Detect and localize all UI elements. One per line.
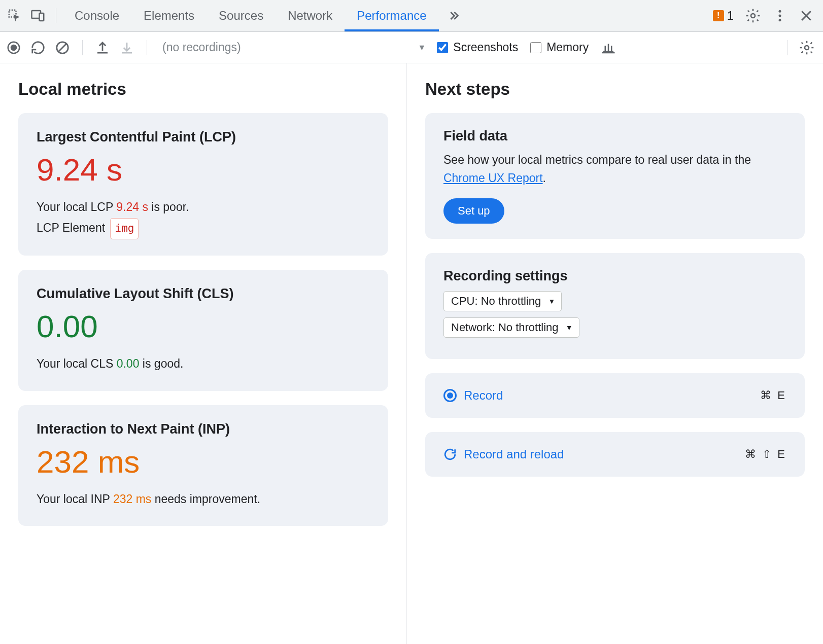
recordings-dropdown-label: (no recordings) [159,41,241,54]
upload-icon[interactable] [95,40,110,55]
recording-settings-heading: Recording settings [443,268,786,284]
svg-point-8 [11,45,16,50]
svg-point-6 [779,19,781,21]
field-data-heading: Field data [443,128,786,144]
record-action-icon [443,389,457,402]
record-reload-shortcut: ⌘ ⇧ E [745,448,786,461]
tab-performance[interactable]: Performance [345,0,438,31]
inp-card: Interaction to Next Paint (INP) 232 ms Y… [18,405,388,526]
garbage-collect-icon[interactable] [601,40,616,55]
next-steps-panel: Next steps Field data See how your local… [407,63,823,644]
issues-count: 1 [727,9,734,23]
tabs-overflow-button[interactable] [439,0,467,31]
svg-point-10 [805,46,809,50]
record-reload-action-label: Record and reload [464,447,564,461]
issues-badge[interactable]: ! 1 [713,9,734,23]
tab-elements[interactable]: Elements [131,0,207,31]
lcp-card: Largest Contentful Paint (LCP) 9.24 s Yo… [18,113,388,256]
local-metrics-title: Local metrics [18,80,388,99]
svg-point-4 [779,10,781,13]
clear-icon[interactable] [55,40,70,55]
svg-point-3 [751,14,755,18]
record-reload-action[interactable]: Record and reload [443,447,564,461]
performance-toolbar: (no recordings) ▼ Screenshots Memory [0,32,823,63]
inp-value: 232 ms [37,446,370,478]
setup-button[interactable]: Set up [443,198,504,224]
divider [82,40,83,55]
local-metrics-panel: Local metrics Largest Contentful Paint (… [0,63,407,644]
cls-card: Cumulative Layout Shift (CLS) 0.00 Your … [18,270,388,390]
divider [147,40,147,55]
cls-label: Cumulative Layout Shift (CLS) [37,286,370,302]
inspect-element-icon[interactable] [7,8,22,23]
lcp-label: Largest Contentful Paint (LCP) [37,129,370,145]
record-action[interactable]: Record [443,388,503,403]
devtools-tab-bar: Console Elements Sources Network Perform… [0,0,823,32]
close-icon[interactable] [799,8,814,23]
divider [787,40,787,55]
record-action-label: Record [464,388,503,403]
tab-network[interactable]: Network [276,0,345,31]
cpu-throttling-select[interactable]: CPU: No throttling [443,291,562,311]
recordings-dropdown-caret[interactable]: ▼ [412,43,432,52]
lcp-element-tag[interactable]: img [110,218,139,239]
settings-gear-icon[interactable] [745,8,761,24]
lcp-description: Your local LCP 9.24 s is poor. [37,197,370,218]
screenshots-label: Screenshots [453,41,518,54]
memory-checkbox-group[interactable]: Memory [530,41,589,54]
record-icon[interactable] [6,40,21,55]
svg-point-5 [779,15,781,17]
download-icon[interactable] [119,40,134,55]
reload-icon[interactable] [30,40,46,55]
field-data-card: Field data See how your local metrics co… [425,113,805,239]
memory-label: Memory [546,41,589,54]
chrome-ux-report-link[interactable]: Chrome UX Report [443,171,543,185]
tab-console[interactable]: Console [62,0,131,31]
screenshots-checkbox-group[interactable]: Screenshots [437,41,518,54]
lcp-element-row: LCP Element img [37,218,370,239]
svg-rect-2 [40,13,44,21]
inp-description: Your local INP 232 ms needs improvement. [37,489,370,510]
kebab-menu-icon[interactable] [772,8,787,23]
screenshots-checkbox[interactable] [437,42,448,53]
cls-value: 0.00 [37,311,370,342]
record-reload-action-card[interactable]: Record and reload ⌘ ⇧ E [425,432,805,477]
record-reload-action-icon [443,448,457,461]
tab-sources[interactable]: Sources [207,0,276,31]
record-action-card[interactable]: Record ⌘ E [425,373,805,418]
warning-icon: ! [713,10,724,21]
device-toggle-icon[interactable] [30,8,46,23]
next-steps-title: Next steps [425,80,805,99]
inp-label: Interaction to Next Paint (INP) [37,421,370,437]
divider [56,8,56,23]
memory-checkbox[interactable] [530,42,541,53]
record-shortcut: ⌘ E [760,389,786,402]
lcp-value: 9.24 s [37,154,370,186]
main-content: Local metrics Largest Contentful Paint (… [0,63,823,644]
cls-description: Your local CLS 0.00 is good. [37,353,370,374]
panel-settings-gear-icon[interactable] [799,40,815,56]
network-throttling-select[interactable]: Network: No throttling [443,317,579,338]
recording-settings-card: Recording settings CPU: No throttling Ne… [425,253,805,359]
field-data-text: See how your local metrics compare to re… [443,151,786,187]
